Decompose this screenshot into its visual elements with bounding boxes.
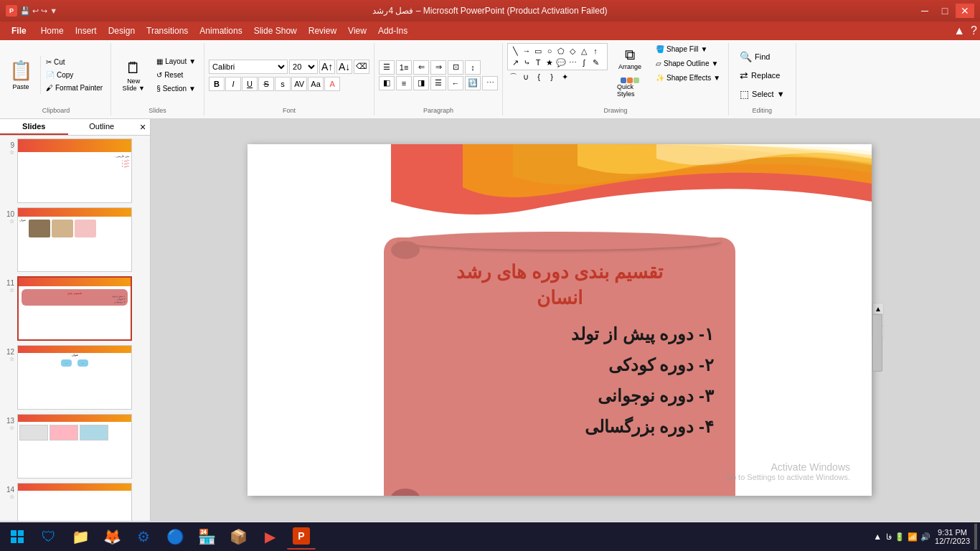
minimize-button[interactable]: ─: [915, 4, 934, 18]
clear-format-btn[interactable]: ⌫: [354, 60, 369, 74]
ribbon-collapse-btn[interactable]: ▲: [953, 24, 965, 37]
slide-img-10[interactable]: عنوان: [17, 207, 132, 272]
design-menu[interactable]: Design: [103, 23, 141, 39]
layout-button[interactable]: ▦Layout▼: [153, 55, 199, 67]
shape-rect[interactable]: ▭: [532, 45, 544, 57]
smartart-btn[interactable]: ⋯: [482, 76, 498, 90]
new-slide-button[interactable]: 🗒 New Slide ▼: [116, 54, 151, 97]
section-button[interactable]: §Section▼: [153, 83, 199, 95]
shape-callout[interactable]: 💬: [555, 57, 567, 68]
shape-fill-button[interactable]: 🪣Shape Fill▼: [652, 43, 724, 55]
increase-font-btn[interactable]: A↑: [319, 60, 335, 74]
shape-curve[interactable]: ∫: [578, 57, 590, 68]
find-button[interactable]: 🔍 Find: [733, 49, 791, 65]
font-color-btn[interactable]: A: [324, 77, 340, 91]
decrease-indent-btn[interactable]: ⇐: [413, 60, 429, 75]
insert-menu[interactable]: Insert: [70, 23, 103, 39]
shape-outline-button[interactable]: ▱Shape Outline▼: [652, 57, 724, 70]
align-center-btn[interactable]: ≡: [396, 76, 412, 90]
taskbar-edge-icon[interactable]: 🏪: [192, 524, 221, 550]
slide-thumbnail-12[interactable]: 12 ☆ عنوان ... ...: [3, 345, 147, 410]
close-panel-button[interactable]: ×: [136, 119, 150, 135]
font-size-select[interactable]: 20: [289, 60, 318, 74]
taskbar-store-icon[interactable]: 🛡: [34, 524, 63, 550]
slide-thumbnail-13[interactable]: 13 ☆: [3, 414, 147, 479]
addins-menu[interactable]: Add-Ins: [372, 23, 413, 39]
shape-star[interactable]: ★: [544, 57, 555, 68]
volume-icon[interactable]: 🔊: [920, 532, 930, 542]
shape-extra5[interactable]: ✦: [559, 71, 570, 83]
animations-menu[interactable]: Animations: [194, 23, 248, 39]
review-menu[interactable]: Review: [303, 23, 342, 39]
font-name-select[interactable]: Calibri: [209, 60, 288, 74]
shape-diamond[interactable]: ◇: [567, 45, 578, 57]
bold-button[interactable]: B: [209, 77, 225, 91]
taskbar-fxd-icon[interactable]: 📦: [224, 524, 253, 550]
shape-text[interactable]: T: [532, 57, 544, 68]
show-hidden-icon[interactable]: ▲: [873, 532, 882, 542]
close-button[interactable]: ✕: [956, 4, 974, 18]
slide-thumbnail-14[interactable]: 14 ☆: [3, 483, 147, 521]
replace-button[interactable]: ⇄ Replace: [733, 67, 791, 83]
shape-extra2[interactable]: ∪: [520, 71, 532, 83]
numbering-btn[interactable]: 1≡: [396, 60, 412, 75]
col-layout-btn[interactable]: ⊡: [448, 60, 463, 75]
shape-arrow-right[interactable]: →: [521, 45, 532, 57]
text-direction-btn[interactable]: 🔃: [465, 76, 481, 90]
taskbar-ie-icon[interactable]: ⚙: [129, 524, 158, 550]
slide-img-11[interactable]: تقسیم بندی ۱- پیش از تولد ۲- کودکی ۳- نو…: [17, 276, 132, 341]
view-menu[interactable]: View: [342, 23, 372, 39]
taskbar-media-icon[interactable]: ▶: [255, 524, 284, 550]
cut-button[interactable]: ✂Cut: [42, 56, 106, 68]
start-button[interactable]: [3, 524, 32, 550]
format-painter-button[interactable]: 🖌Format Painter: [42, 82, 106, 94]
shape-more[interactable]: ⋯: [567, 57, 578, 68]
underline-button[interactable]: U: [242, 77, 258, 91]
shadow-button[interactable]: s: [275, 77, 291, 91]
shape-freeform[interactable]: ✎: [590, 57, 601, 68]
scroll-thumb[interactable]: [872, 314, 882, 372]
arrange-button[interactable]: ⧉ Arrange: [613, 43, 646, 74]
shape-extra1[interactable]: ⌒: [507, 71, 519, 83]
shape-line[interactable]: ╲: [509, 45, 521, 57]
shape-effects-button[interactable]: ✨Shape Effects▼: [652, 72, 724, 84]
shape-extra4[interactable]: }: [546, 71, 557, 83]
rtl-btn[interactable]: ←: [448, 76, 463, 90]
change-case-btn[interactable]: Aa: [308, 77, 324, 91]
shape-extra3[interactable]: {: [533, 71, 545, 83]
slide-img-9[interactable]: متن فارسی... • آیتم ۱ • آیتم ۲ • آیتم ۳: [17, 138, 132, 203]
shape-pentagon[interactable]: ⬠: [555, 45, 567, 57]
help-btn[interactable]: ?: [971, 24, 977, 37]
outline-tab[interactable]: Outline: [68, 119, 136, 135]
reset-button[interactable]: ↺Reset: [153, 69, 199, 81]
decrease-font-btn[interactable]: A↓: [336, 60, 352, 74]
slide-thumbnail-10[interactable]: 10 ☆ عنوان: [3, 207, 147, 272]
slideshow-menu[interactable]: Slide Show: [248, 23, 303, 39]
select-button[interactable]: ⬚ Select ▼: [733, 86, 791, 102]
home-menu[interactable]: Home: [35, 23, 70, 39]
quick-styles-button[interactable]: Quick Styles: [612, 74, 648, 101]
slide-img-13[interactable]: [17, 414, 132, 479]
slide-thumbnail-11[interactable]: 11 ☆ تقسیم بندی ۱- پیش از تولد ۲- کودکی …: [3, 276, 147, 341]
increase-indent-btn[interactable]: ⇒: [430, 60, 446, 75]
taskbar-powerpoint-icon[interactable]: P: [287, 524, 316, 550]
show-desktop-btn[interactable]: [974, 524, 977, 550]
slide-canvas[interactable]: تقسیم بندی دوره های رشد انسان ۱- دوره پی…: [248, 144, 872, 496]
shape-circle[interactable]: ○: [544, 45, 555, 57]
scroll-up-arrow[interactable]: ▲: [872, 303, 884, 314]
taskbar-explorer-icon[interactable]: 📁: [66, 524, 95, 550]
file-menu[interactable]: File: [3, 23, 35, 39]
shape-arrow-curve[interactable]: ↗: [509, 57, 521, 68]
taskbar-firefox-icon[interactable]: 🦊: [98, 524, 126, 550]
line-spacing-btn[interactable]: ↕: [465, 60, 481, 75]
strikethrough-button[interactable]: S: [258, 77, 274, 91]
slide-thumbnail-9[interactable]: 9 ☆ متن فارسی... • آیتم ۱ • آیتم ۲ • آیت…: [3, 138, 147, 203]
bullets-btn[interactable]: ☰: [379, 60, 395, 75]
align-right-btn[interactable]: ◨: [413, 76, 429, 90]
maximize-button[interactable]: □: [936, 4, 954, 18]
char-spacing-btn[interactable]: AV: [291, 77, 307, 91]
slide-img-14[interactable]: [17, 483, 132, 521]
shape-connector[interactable]: ⤷: [521, 57, 532, 68]
slides-tab[interactable]: Slides: [0, 119, 68, 135]
paste-button[interactable]: 📋 Paste: [6, 56, 36, 94]
